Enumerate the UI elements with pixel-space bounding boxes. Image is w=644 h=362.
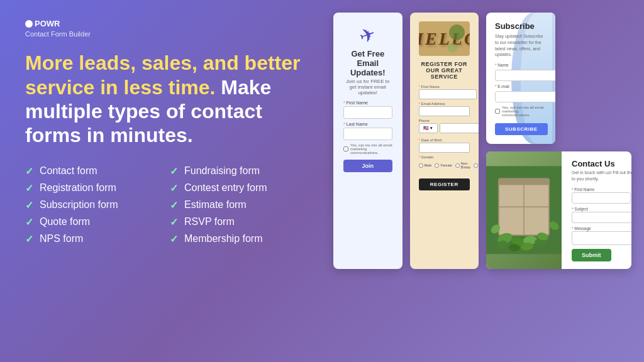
check-icon: ✓: [170, 233, 178, 245]
gender-nonbinary-radio[interactable]: [455, 163, 460, 168]
reg-first-name-input[interactable]: [419, 89, 477, 99]
check-icon: ✓: [25, 165, 33, 177]
sub-optin-checkbox[interactable]: [495, 109, 500, 114]
reg-email-label: * Email Address: [419, 102, 470, 106]
brand-name: POWR: [35, 19, 60, 30]
email-optin-checkbox[interactable]: [343, 146, 348, 151]
phone-row: 🇺🇸 ▾: [419, 123, 470, 133]
mid-cards: Subscribe Stay updated! Subscribe to our…: [486, 13, 631, 269]
plane-icon: ✈: [357, 22, 379, 48]
register-button[interactable]: REGISTER: [419, 178, 470, 190]
first-name-input[interactable]: [343, 106, 392, 119]
check-icon: ✓: [170, 199, 178, 211]
contact-message-textarea[interactable]: [572, 231, 631, 245]
features-col1: ✓ Contact form ✓ Registration form ✓ Sub…: [25, 165, 157, 245]
feature-label: Estimate form: [184, 199, 247, 211]
sub-name-field: * Name: [495, 63, 547, 81]
gender-female: Female: [435, 163, 452, 168]
submit-button[interactable]: Submit: [572, 249, 611, 261]
right-panel: ✈ Get Free Email Updates! Join us for FR…: [327, 0, 644, 362]
reg-phone-label: Phone: [419, 119, 470, 123]
subscribe-button[interactable]: SUBSCRIBE: [495, 123, 548, 135]
contact-image: [486, 151, 562, 269]
gender-male-radio[interactable]: [419, 163, 423, 168]
headline: More leads, sales, and better service in…: [25, 51, 302, 148]
register-card: HELLO REGISTER FOR OUR GREAT SERVICE * F…: [410, 13, 479, 269]
gender-row: Male Female Non-Binary Prefer Not t: [419, 160, 470, 171]
check-icon: ✓: [170, 182, 178, 194]
reg-gender-wrapper: * Gender Male Female Non-Binary: [419, 155, 470, 175]
headline-part1: More leads, sales, and better: [25, 52, 301, 74]
check-icon: ✓: [25, 216, 33, 228]
contact-subject-field: * Subject: [572, 207, 631, 223]
contact-message-label: * Message: [572, 226, 631, 231]
gender-prefer-radio[interactable]: [474, 163, 478, 168]
phone-input[interactable]: [440, 123, 479, 133]
contact-message-field: * Message: [572, 226, 631, 245]
reg-dob-field: * Date of Birth: [419, 138, 470, 153]
feature-contact-form: ✓ Contact form: [25, 165, 157, 177]
left-panel: POWR Contact Form Builder More leads, sa…: [0, 0, 327, 362]
join-button[interactable]: Join: [343, 160, 393, 172]
gender-prefer-not: Prefer Not to Say: [474, 160, 479, 171]
feature-label: RSVP form: [184, 216, 235, 228]
contact-subject-label: * Subject: [572, 207, 631, 211]
sub-optin-label: Yes, opt me into all email marketing com…: [502, 106, 547, 117]
reg-phone-wrapper: Phone 🇺🇸 ▾: [419, 119, 470, 136]
sub-email-input[interactable]: [495, 91, 555, 102]
feature-fundraising-form: ✓ Fundraising form: [170, 165, 302, 177]
check-icon: ✓: [25, 233, 33, 245]
reg-email-input[interactable]: [419, 106, 470, 116]
top-cards: ✈ Get Free Email Updates! Join us for FR…: [333, 13, 479, 269]
subscribe-title: Subscribe: [495, 21, 547, 31]
brand-subtitle: Contact Form Builder: [25, 30, 91, 38]
check-icon: ✓: [25, 199, 33, 211]
contact-first-name-input[interactable]: [572, 192, 631, 204]
brand-logo: POWR Contact Form Builder: [25, 19, 91, 38]
sub-email-field: * E-mail: [495, 84, 547, 102]
email-optin-label: Yes, opt me into all email marketing com…: [350, 143, 392, 155]
contact-first-name: * First Name: [572, 187, 631, 204]
features-col2: ✓ Fundraising form ✓ Contest entry form …: [170, 165, 302, 245]
reg-dob-label: * Date of Birth: [419, 138, 470, 142]
feature-rsvp-form: ✓ RSVP form: [170, 216, 302, 228]
feature-label: Quote form: [40, 216, 90, 228]
check-icon: ✓: [25, 182, 33, 194]
feature-label: Contact form: [40, 165, 97, 177]
feature-label: Contest entry form: [184, 182, 267, 194]
email-card-subtitle: Join us for FREE to get instant email up…: [343, 79, 392, 96]
first-name-label: * First Name: [343, 101, 368, 105]
email-checkbox-row: Yes, opt me into all email marketing com…: [343, 143, 392, 155]
ivy-illustration: [486, 151, 562, 269]
gender-nonbinary: Non-Binary: [455, 162, 471, 169]
page-container: POWR Contact Form Builder More leads, sa…: [0, 0, 644, 362]
email-updates-card: ✈ Get Free Email Updates! Join us for FR…: [333, 13, 402, 269]
sub-checkbox-row: Yes, opt me into all email marketing com…: [495, 106, 547, 117]
brand: POWR Contact Form Builder: [25, 19, 302, 38]
contact-name-row: * First Name * Last Name: [572, 187, 631, 204]
last-name-input[interactable]: [343, 128, 392, 140]
contact-first-name-label: * First Name: [572, 187, 631, 192]
sub-email-label: * E-mail: [495, 84, 547, 89]
check-icon: ✓: [170, 216, 178, 228]
feature-quote-form: ✓ Quote form: [25, 216, 157, 228]
feature-estimate-form: ✓ Estimate form: [170, 199, 302, 211]
reg-dob-input[interactable]: [419, 143, 470, 153]
features-grid: ✓ Contact form ✓ Registration form ✓ Sub…: [25, 165, 302, 245]
subscribe-subtitle: Stay updated! Subscribe to our newslette…: [495, 33, 547, 58]
contact-subject-select[interactable]: [572, 212, 631, 223]
feature-membership-form: ✓ Membership form: [170, 233, 302, 245]
gender-female-radio[interactable]: [435, 163, 439, 168]
sub-name-input[interactable]: [495, 70, 555, 81]
contact-title: Contact Us: [572, 159, 631, 168]
gender-male: Male: [419, 163, 432, 168]
feature-label: Fundraising form: [184, 165, 260, 177]
contact-us-card: Contact Us Get in touch with us! Fill ou…: [486, 151, 631, 269]
gender-nonbinary-label: Non-Binary: [461, 162, 471, 169]
reg-email-field: * Email Address: [419, 102, 470, 116]
feature-subscription-form: ✓ Subscription form: [25, 199, 157, 211]
contact-subtitle: Get in touch with us! Fill out the form …: [572, 170, 631, 182]
subscribe-card: Subscribe Stay updated! Subscribe to our…: [486, 13, 555, 144]
feature-contest-entry-form: ✓ Contest entry form: [170, 182, 302, 194]
last-name-label: * Last Name: [343, 122, 368, 126]
